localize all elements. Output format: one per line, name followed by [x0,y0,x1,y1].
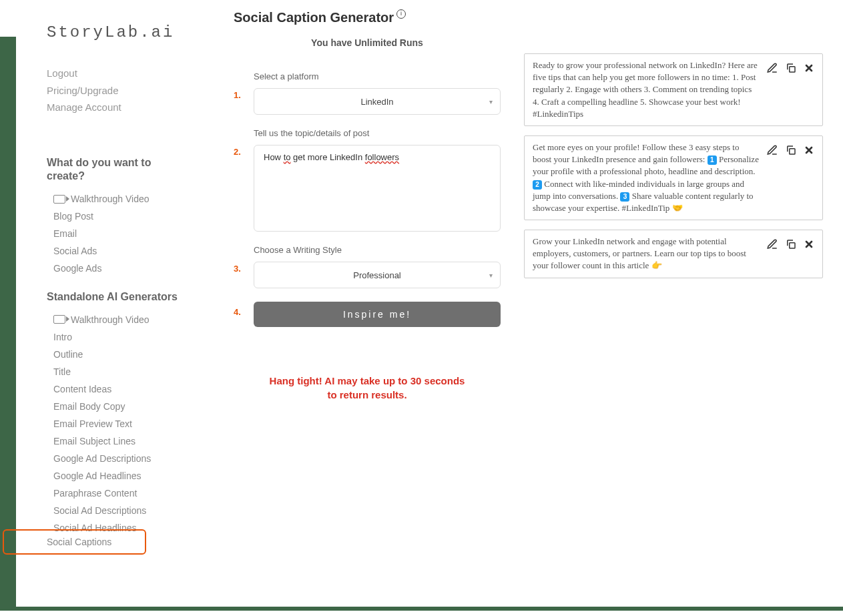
info-icon[interactable]: i [396,9,406,19]
copy-icon[interactable] [785,144,797,156]
sidebar-item-social-captions[interactable]: Social Captions [9,533,139,551]
result-card: Grow your LinkedIn network and engage wi… [524,230,823,278]
svg-rect-1 [790,149,795,154]
step-number: 1. [234,90,246,100]
copy-icon[interactable] [785,62,797,74]
form-column: Social Caption Generator i You have Unli… [234,10,501,550]
result-actions [766,59,814,74]
logo: StoryLab.ai [47,23,180,41]
sidebar-item-social-ad-desc[interactable]: Social Ad Descriptions [13,502,180,519]
result-text: Get more eyes on your profile! Follow th… [533,141,760,214]
sidebar-item-email-preview[interactable]: Email Preview Text [13,415,180,432]
sidebar: StoryLab.ai Logout Pricing/Upgrade Manag… [0,0,194,563]
step-2: 2. Tell us the topic/details of post How… [234,128,501,232]
sidebar-item-label: Walkthrough Video [71,314,150,325]
sidebar-item-google-ads[interactable]: Google Ads [13,260,180,277]
step-3: 3. Choose a Writing Style Professional ▾ [234,245,501,288]
sidebar-item-google-ad-head[interactable]: Google Ad Headlines [13,467,180,485]
sidebar-item-email[interactable]: Email [13,225,180,242]
sidebar-item-social-captions-highlight: Social Captions [3,529,146,555]
sidebar-item-google-ad-desc[interactable]: Google Ad Descriptions [13,450,180,467]
step-number: 3. [234,264,246,274]
close-icon[interactable] [804,63,814,73]
result-card: Ready to grow your professional network … [524,53,823,126]
result-text: Grow your LinkedIn network and engage wi… [533,236,760,272]
result-actions [766,141,814,156]
result-card: Get more eyes on your profile! Follow th… [524,135,823,220]
sidebar-item-social-ads[interactable]: Social Ads [13,242,180,260]
step-number: 2. [234,147,246,157]
edit-icon[interactable] [766,238,778,250]
main: Social Caption Generator i You have Unli… [194,0,843,563]
sidebar-item-paraphrase[interactable]: Paraphrase Content [13,485,180,502]
runs-status: You have Unlimited Runs [234,37,501,48]
close-icon[interactable] [804,145,814,156]
step-3-label: Choose a Writing Style [254,245,501,255]
sidebar-item-walkthrough-1[interactable]: Walkthrough Video [13,190,180,208]
logout-link[interactable]: Logout [47,65,180,82]
svg-rect-2 [790,243,795,248]
style-select[interactable]: Professional [254,262,501,288]
sidebar-item-walkthrough-2[interactable]: Walkthrough Video [13,311,180,328]
edit-icon[interactable] [766,144,778,156]
sidebar-item-label: Walkthrough Video [71,194,150,204]
inspire-button[interactable]: Inspire me! [254,302,501,327]
sidebar-item-blog-post[interactable]: Blog Post [13,208,180,225]
step-1: 1. Select a platform LinkedIn ▾ [234,71,501,115]
account-links: Logout Pricing/Upgrade Manage Account [13,65,180,116]
sidebar-item-title[interactable]: Title [13,363,180,380]
sidebar-item-outline[interactable]: Outline [13,346,180,363]
edit-icon[interactable] [766,62,778,74]
close-icon[interactable] [804,239,814,250]
results-column: Ready to grow your professional network … [524,10,823,550]
manage-account-link[interactable]: Manage Account [47,99,180,116]
video-icon [53,195,65,204]
step-number: 4. [234,307,246,317]
video-icon [53,315,65,324]
result-actions [766,236,814,250]
copy-icon[interactable] [785,238,797,250]
step-1-label: Select a platform [254,71,501,81]
pricing-link[interactable]: Pricing/Upgrade [47,82,180,99]
page-title: Social Caption Generator i [234,10,501,25]
step-2-label: Tell us the topic/details of post [254,128,501,138]
platform-select[interactable]: LinkedIn [254,88,501,115]
sidebar-item-content-ideas[interactable]: Content Ideas [13,380,180,398]
step-4: 4. Inspire me! [234,302,501,327]
svg-rect-0 [790,67,795,72]
sidebar-item-intro[interactable]: Intro [13,328,180,346]
sidebar-item-email-subject[interactable]: Email Subject Lines [13,432,180,450]
section-header-standalone: Standalone AI Generators [13,290,180,304]
result-text: Ready to grow your professional network … [533,59,760,120]
section-header-create: What do you want to create? [13,156,180,184]
wait-message: Hang tight! AI may take up to 30 seconds… [234,374,501,402]
sidebar-item-email-body[interactable]: Email Body Copy [13,398,180,415]
topic-textarea[interactable]: How to get more LinkedIn followers [254,145,501,232]
